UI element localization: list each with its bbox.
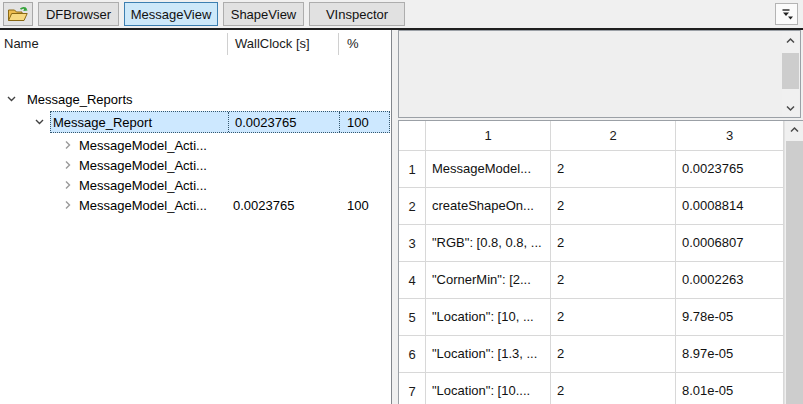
tree-row-message-report[interactable]: Message_Report 0.0023765 100 xyxy=(0,111,390,133)
chevron-right-icon[interactable] xyxy=(62,200,73,211)
tree-body: Message_Reports Message_Report 0.0023765… xyxy=(0,58,390,404)
tab-shapeview[interactable]: ShapeView xyxy=(223,2,304,26)
open-folder-icon xyxy=(7,6,29,23)
table-row[interactable]: 2 createShapeOn... 2 0.0008814 xyxy=(399,188,803,225)
table-cell[interactable]: 2 xyxy=(551,225,676,262)
table-corner-cell[interactable] xyxy=(399,121,426,150)
table-cell[interactable]: "Location": [1.3, ... xyxy=(426,336,551,373)
column-header-name[interactable]: Name xyxy=(4,30,39,58)
open-file-button[interactable] xyxy=(3,2,33,26)
table-cell[interactable]: 2 xyxy=(551,336,676,373)
tree-row-message-reports[interactable]: Message_Reports xyxy=(0,88,390,110)
column-resize-handle[interactable] xyxy=(338,33,339,55)
table-cell[interactable]: 0.0002263 xyxy=(676,262,784,299)
table-cell[interactable]: 0.0023765 xyxy=(676,151,784,188)
tree-header: Name WallClock [s] % xyxy=(0,30,391,58)
tab-messageview[interactable]: MessageView xyxy=(124,2,218,26)
tree-item-label: MessageModel_Acti... xyxy=(79,178,207,193)
tree-item-label: MessageModel_Acti... xyxy=(79,138,207,153)
table-cell[interactable]: 8.97e-05 xyxy=(676,336,784,373)
tree-item-wallclock: 0.0023765 xyxy=(235,115,296,130)
row-header[interactable]: 1 xyxy=(399,151,426,188)
row-header[interactable]: 5 xyxy=(399,299,426,336)
table-row[interactable]: 7 "Location": [10.... 2 8.01e-05 xyxy=(399,373,803,404)
scrollbar-track[interactable] xyxy=(782,49,799,99)
chevron-right-icon[interactable] xyxy=(62,180,73,191)
scrollbar-thumb[interactable] xyxy=(786,141,803,404)
table-cell[interactable]: 0.0008814 xyxy=(676,188,784,225)
table-column-header[interactable]: 2 xyxy=(551,121,676,150)
chevron-right-icon[interactable] xyxy=(62,140,73,151)
table-cell[interactable]: "CornerMin": [2... xyxy=(426,262,551,299)
tree-row-messagemodel[interactable]: MessageModel_Acti... xyxy=(0,155,390,175)
scroll-up-icon[interactable] xyxy=(782,32,799,49)
table-cell[interactable]: "Location": [10, ... xyxy=(426,299,551,336)
tab-dfbrowser[interactable]: DFBrowser xyxy=(38,2,119,26)
tab-vinspector[interactable]: VInspector xyxy=(309,2,405,26)
table-cell[interactable]: MessageModel... xyxy=(426,151,551,188)
tree-item-label: Message_Reports xyxy=(27,92,133,107)
table-cell[interactable]: "RGB": [0.8, 0.8, ... xyxy=(426,225,551,262)
chevron-down-icon[interactable] xyxy=(34,117,45,128)
table-scrollbar[interactable] xyxy=(784,121,803,404)
column-header-percent[interactable]: % xyxy=(347,30,359,58)
message-detail-panel xyxy=(398,30,801,118)
table-cell[interactable]: createShapeOn... xyxy=(426,188,551,225)
table-row[interactable]: 1 MessageModel... 2 0.0023765 xyxy=(399,151,803,188)
table-cell[interactable]: "Location": [10.... xyxy=(426,373,551,404)
tree-row-messagemodel[interactable]: MessageModel_Acti... xyxy=(0,135,390,155)
table-cell[interactable]: 2 xyxy=(551,299,676,336)
chevron-right-icon[interactable] xyxy=(62,160,73,171)
table-cell[interactable]: 2 xyxy=(551,151,676,188)
table-cell[interactable]: 2 xyxy=(551,373,676,404)
tree-item-label: MessageModel_Acti... xyxy=(79,198,207,213)
row-header[interactable]: 7 xyxy=(399,373,426,404)
tree-row-messagemodel[interactable]: MessageModel_Acti... 0.0023765 100 xyxy=(0,195,390,215)
tree-item-wallclock: 0.0023765 xyxy=(233,198,294,213)
table-column-header[interactable]: 1 xyxy=(426,121,551,150)
table-cell[interactable]: 9.78e-05 xyxy=(676,299,784,336)
tree-item-percent: 100 xyxy=(347,115,369,130)
row-header[interactable]: 3 xyxy=(399,225,426,262)
tree-item-percent: 100 xyxy=(347,198,369,213)
chevron-down-icon[interactable] xyxy=(6,94,17,105)
row-header[interactable]: 4 xyxy=(399,262,426,299)
toolbar-extension-icon xyxy=(780,7,794,21)
table-cell[interactable]: 8.01e-05 xyxy=(676,373,784,404)
table-header-row: 1 2 3 xyxy=(399,121,803,151)
tree-item-label: MessageModel_Acti... xyxy=(79,158,207,173)
tree-item-label: Message_Report xyxy=(53,115,152,130)
tree-row-messagemodel[interactable]: MessageModel_Acti... xyxy=(0,175,390,195)
toolbar: DFBrowser MessageView ShapeView VInspect… xyxy=(0,0,803,30)
table-column-header[interactable]: 3 xyxy=(676,121,784,150)
message-tree-panel: Name WallClock [s] % Message_Reports Mes… xyxy=(0,30,392,404)
toolbar-extension-button[interactable] xyxy=(775,3,798,25)
column-header-wallclock[interactable]: WallClock [s] xyxy=(235,30,310,58)
row-header[interactable]: 2 xyxy=(399,188,426,225)
scroll-down-icon[interactable] xyxy=(782,99,799,116)
detail-scrollbar[interactable] xyxy=(782,32,799,116)
scroll-up-icon[interactable] xyxy=(785,121,803,139)
message-table-panel: 1 2 3 1 MessageModel... 2 0.0023765 2 cr… xyxy=(398,120,803,404)
table-row[interactable]: 5 "Location": [10, ... 2 9.78e-05 xyxy=(399,299,803,336)
table-row[interactable]: 3 "RGB": [0.8, 0.8, ... 2 0.0006807 xyxy=(399,225,803,262)
column-resize-handle[interactable] xyxy=(227,33,228,55)
table-row[interactable]: 4 "CornerMin": [2... 2 0.0002263 xyxy=(399,262,803,299)
table-cell[interactable]: 2 xyxy=(551,262,676,299)
table-cell[interactable]: 2 xyxy=(551,188,676,225)
table-row[interactable]: 6 "Location": [1.3, ... 2 8.97e-05 xyxy=(399,336,803,373)
row-header[interactable]: 6 xyxy=(399,336,426,373)
table-cell[interactable]: 0.0006807 xyxy=(676,225,784,262)
scrollbar-thumb[interactable] xyxy=(782,53,799,89)
